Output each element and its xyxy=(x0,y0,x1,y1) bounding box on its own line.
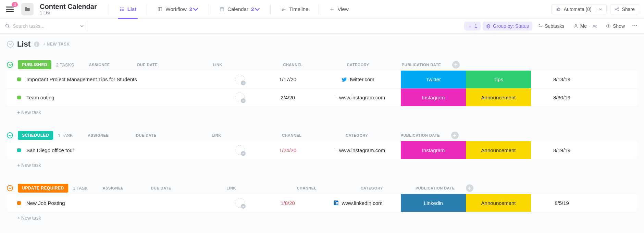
divider xyxy=(319,4,319,14)
category-cell[interactable]: Announcement xyxy=(466,141,531,159)
channel-cell[interactable]: Linkedin xyxy=(401,194,466,212)
col-due[interactable]: DUE DATE xyxy=(119,133,174,137)
col-channel[interactable]: CHANNEL xyxy=(260,63,325,67)
col-due[interactable]: DUE DATE xyxy=(134,186,188,190)
chevron-down-icon xyxy=(9,187,12,190)
more-menu[interactable] xyxy=(630,21,639,31)
share-icon xyxy=(615,7,619,12)
task-row[interactable]: San Diego office tour 1/24/20 www.instag… xyxy=(7,141,637,159)
me-chip[interactable]: Me · xyxy=(570,22,600,30)
collapse-group-button[interactable] xyxy=(7,132,13,138)
category-cell[interactable]: Announcement xyxy=(466,88,531,106)
col-category[interactable]: CATEGORY xyxy=(325,63,391,67)
groupby-chip[interactable]: Group by: Status xyxy=(483,22,532,30)
col-link[interactable]: LINK xyxy=(174,133,259,137)
toolbar: 1 Group by: Status Subtasks Me · Show xyxy=(0,19,644,34)
status-pill[interactable]: SCHEDULED xyxy=(18,131,53,140)
plus-circle-icon: + xyxy=(451,132,459,139)
col-channel[interactable]: CHANNEL xyxy=(259,133,324,137)
link-cell[interactable]: www.instagram.com xyxy=(315,88,401,106)
filter-chip[interactable]: 1 xyxy=(464,22,481,30)
content-area: List i + NEW TASK PUBLISHED 2 TASKS ASSI… xyxy=(0,34,644,233)
menu-toggle[interactable]: 3 xyxy=(5,4,15,14)
col-channel[interactable]: CHANNEL xyxy=(274,186,339,190)
col-due[interactable]: DUE DATE xyxy=(120,63,175,67)
collapse-group-button[interactable] xyxy=(7,62,13,68)
pubdate-cell[interactable]: 8/5/19 xyxy=(531,194,593,212)
col-category[interactable]: CATEGORY xyxy=(339,186,404,190)
svg-point-12 xyxy=(541,26,542,27)
new-task-button[interactable]: + New task xyxy=(7,106,637,119)
status-pill[interactable]: UPDATE REQUIRED xyxy=(18,184,68,193)
robot-icon xyxy=(556,7,561,12)
tab-list[interactable]: List xyxy=(114,0,141,19)
link-cell[interactable]: twitter.com xyxy=(315,71,401,88)
page-title: Content Calendar xyxy=(40,3,97,10)
status-pill[interactable]: PUBLISHED xyxy=(18,60,51,69)
assignee-cell[interactable] xyxy=(219,194,260,212)
new-task-button[interactable]: + New task xyxy=(7,159,637,171)
automate-button[interactable]: Automate (0) xyxy=(551,4,607,14)
group-rows: Important Project Management Tips for St… xyxy=(7,71,637,106)
channel-cell[interactable]: Twitter xyxy=(401,71,466,88)
board-icon xyxy=(157,7,163,12)
eye-icon xyxy=(606,24,611,28)
link-cell[interactable]: www.linkedin.com xyxy=(315,194,401,212)
add-view-button[interactable]: View xyxy=(324,0,353,19)
assignee-cell[interactable] xyxy=(219,141,260,159)
add-column-button[interactable]: + xyxy=(466,184,480,192)
calendar-icon xyxy=(219,7,225,12)
due-date-cell[interactable]: 1/24/20 xyxy=(260,141,315,159)
assignee-cell[interactable] xyxy=(219,88,260,106)
col-pubdate[interactable]: PUBLICATION DATE xyxy=(404,186,466,190)
category-cell[interactable]: Announcement xyxy=(466,194,531,212)
new-task-header-button[interactable]: + NEW TASK xyxy=(43,42,70,47)
group-rows: San Diego office tour 1/24/20 www.instag… xyxy=(7,141,637,159)
search-input[interactable] xyxy=(13,23,77,29)
col-link[interactable]: LINK xyxy=(175,63,260,67)
show-chip[interactable]: Show xyxy=(603,22,628,30)
subtasks-chip[interactable]: Subtasks xyxy=(534,22,568,30)
channel-cell[interactable]: Instagram xyxy=(401,88,466,106)
pubdate-cell[interactable]: 8/19/19 xyxy=(531,141,593,159)
task-row[interactable]: Team outing 2/4/20 www.instagram.com Ins… xyxy=(7,88,637,106)
tab-timeline[interactable]: Timeline xyxy=(276,0,313,19)
tab-workflow[interactable]: Workflow 2 xyxy=(152,0,203,19)
add-column-button[interactable]: + xyxy=(451,132,465,139)
due-date-cell[interactable]: 1/8/20 xyxy=(260,194,315,212)
pubdate-cell[interactable]: 8/30/19 xyxy=(531,88,593,106)
add-column-button[interactable]: + xyxy=(452,61,466,69)
tab-calendar[interactable]: Calendar 2 xyxy=(214,0,265,19)
col-assignee[interactable]: ASSIGNEE xyxy=(92,186,134,190)
collapse-group-button[interactable] xyxy=(7,185,13,191)
col-link[interactable]: LINK xyxy=(188,186,274,190)
due-date-cell[interactable]: 2/4/20 xyxy=(260,88,315,106)
assignee-cell[interactable] xyxy=(219,71,260,88)
divider xyxy=(87,21,87,31)
pubdate-cell[interactable]: 8/13/19 xyxy=(531,71,593,88)
due-date-cell[interactable]: 1/17/20 xyxy=(260,71,315,88)
col-pubdate[interactable]: PUBLICATION DATE xyxy=(391,63,452,67)
task-row[interactable]: New Job Posting 1/8/20 www.linkedin.com … xyxy=(7,194,637,212)
chevron-down-icon[interactable] xyxy=(80,24,84,28)
subtasks-label: Subtasks xyxy=(545,23,565,29)
status-square-icon xyxy=(17,77,21,81)
tab-calendar-label: Calendar xyxy=(227,6,248,12)
col-assignee[interactable]: ASSIGNEE xyxy=(79,63,120,67)
row-end xyxy=(593,141,606,159)
category-cell[interactable]: Tips xyxy=(466,71,531,88)
plus-icon xyxy=(329,7,335,12)
folder-button[interactable] xyxy=(21,3,34,15)
link-cell[interactable]: www.instagram.com xyxy=(315,141,401,159)
svg-point-17 xyxy=(632,25,633,26)
col-assignee[interactable]: ASSIGNEE xyxy=(78,133,119,137)
share-button[interactable]: Share xyxy=(610,4,639,14)
info-icon[interactable]: i xyxy=(34,41,39,47)
col-category[interactable]: CATEGORY xyxy=(324,133,389,137)
group-rows: New Job Posting 1/8/20 www.linkedin.com … xyxy=(7,194,637,212)
collapse-all[interactable] xyxy=(7,41,14,48)
task-row[interactable]: Important Project Management Tips for St… xyxy=(7,71,637,88)
new-task-button[interactable]: + New task xyxy=(7,212,637,224)
channel-cell[interactable]: Instagram xyxy=(401,141,466,159)
col-pubdate[interactable]: PUBLICATION DATE xyxy=(389,133,451,137)
